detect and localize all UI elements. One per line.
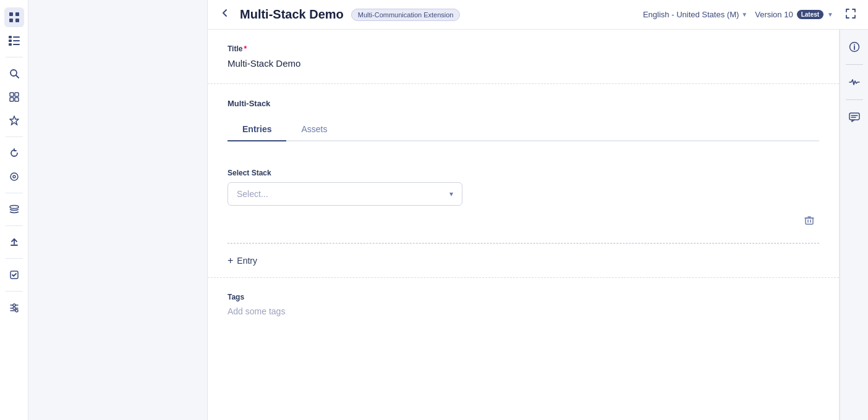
extension-badge: Multi-Communication Extension [351, 9, 461, 21]
svg-point-29 [15, 309, 18, 312]
right-divider-2 [846, 99, 863, 100]
svg-point-17 [11, 173, 18, 180]
main-content: Multi-Stack Demo Multi-Communication Ext… [208, 0, 868, 420]
svg-rect-3 [15, 19, 19, 22]
rail-divider-6 [6, 291, 23, 292]
tab-entries[interactable]: Entries [228, 118, 286, 141]
chevron-down-icon: ▾ [449, 190, 453, 198]
rail-divider-2 [6, 136, 23, 137]
title-section: Title* Multi-Stack Demo [208, 30, 839, 84]
expand-button[interactable] [846, 9, 856, 21]
content-body: Title* Multi-Stack Demo Multi-Stack Entr… [208, 30, 868, 420]
svg-rect-1 [15, 12, 19, 16]
tab-assets[interactable]: Assets [286, 118, 342, 141]
multistack-section: Multi-Stack Entries Assets [208, 84, 839, 277]
latest-badge: Latest [797, 10, 823, 19]
select-stack-label: Select Stack [228, 169, 819, 177]
list-icon[interactable] [4, 31, 24, 51]
tags-label: Tags [228, 293, 819, 301]
version-selector[interactable]: Version 10 Latest ▼ [755, 10, 833, 19]
svg-rect-9 [13, 44, 20, 45]
svg-rect-12 [10, 93, 14, 96]
info-icon[interactable] [845, 37, 864, 57]
right-divider-1 [846, 64, 863, 65]
rail-divider-3 [6, 193, 23, 193]
upload-icon[interactable] [4, 232, 24, 252]
tag-icon[interactable] [4, 167, 24, 187]
language-chevron: ▼ [741, 11, 747, 18]
multistack-tabs: Entries Assets [228, 118, 819, 141]
stack-item: Select Stack Select... ▾ [228, 156, 819, 243]
svg-point-26 [13, 307, 15, 309]
svg-rect-4 [9, 36, 12, 38]
sidebar-panel [28, 0, 208, 420]
svg-rect-30 [806, 218, 813, 224]
select-stack-dropdown[interactable]: Select... ▾ [228, 182, 462, 206]
svg-line-11 [16, 75, 19, 78]
version-label: Version 10 [755, 10, 793, 19]
back-button[interactable] [220, 8, 230, 21]
form-area: Title* Multi-Stack Demo Multi-Stack Entr… [208, 30, 840, 420]
svg-rect-0 [9, 12, 13, 16]
language-label: English - United States (M) [643, 10, 739, 19]
icon-rail [0, 0, 28, 420]
select-placeholder: Select... [237, 189, 268, 199]
rail-divider-4 [6, 225, 23, 226]
layout-icon[interactable] [4, 87, 24, 107]
tags-section: Tags Add some tags [208, 277, 839, 331]
add-entry-label: Entry [237, 256, 257, 266]
svg-rect-7 [13, 36, 20, 38]
language-selector[interactable]: English - United States (M) ▼ [643, 10, 747, 19]
page-title: Multi-Stack Demo [240, 7, 344, 22]
delete-entry-button[interactable] [799, 213, 819, 230]
activity-icon[interactable] [845, 72, 864, 92]
rail-divider-5 [6, 258, 23, 259]
filter-icon[interactable] [4, 298, 24, 317]
header: Multi-Stack Demo Multi-Communication Ext… [208, 0, 868, 30]
svg-rect-15 [15, 98, 19, 101]
svg-point-18 [13, 175, 15, 178]
tags-input[interactable]: Add some tags [228, 306, 819, 316]
svg-rect-13 [15, 93, 19, 96]
chat-icon[interactable] [845, 107, 864, 127]
svg-rect-6 [9, 43, 12, 46]
multistack-label: Multi-Stack [228, 99, 819, 108]
svg-rect-14 [10, 98, 14, 101]
grid-icon[interactable] [4, 7, 24, 27]
svg-point-19 [10, 206, 19, 209]
add-entry-button[interactable]: + Entry [228, 255, 257, 266]
svg-rect-2 [9, 19, 13, 22]
refresh-icon[interactable] [4, 143, 24, 163]
star-icon[interactable] [4, 111, 24, 130]
title-label: Title* [228, 44, 819, 53]
search-icon[interactable] [4, 64, 24, 83]
version-chevron[interactable]: ▼ [827, 11, 833, 18]
svg-point-37 [854, 44, 855, 46]
right-panel [840, 30, 868, 420]
title-value[interactable]: Multi-Stack Demo [228, 58, 819, 69]
add-entry-area: + Entry [228, 243, 819, 277]
svg-rect-8 [13, 40, 20, 41]
tab-content-entries: Select Stack Select... ▾ [228, 141, 819, 277]
svg-rect-5 [9, 40, 12, 42]
svg-rect-38 [849, 113, 859, 120]
layers-icon[interactable] [4, 200, 24, 219]
svg-marker-16 [10, 116, 19, 125]
rail-divider-1 [6, 57, 23, 57]
tasks-icon[interactable] [4, 265, 24, 285]
